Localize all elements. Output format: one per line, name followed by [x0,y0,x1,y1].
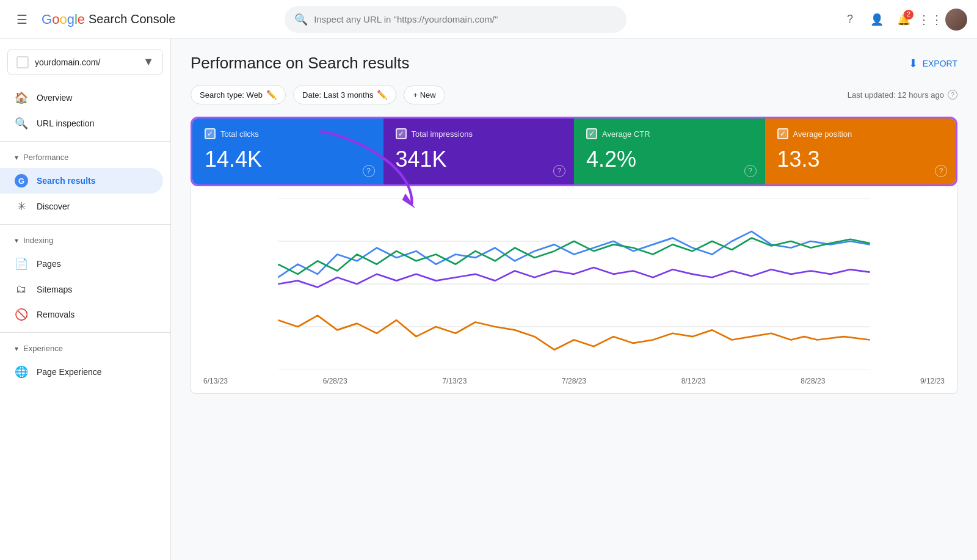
filter-bar: Search type: Web ✏️ Date: Last 3 months … [191,85,957,104]
apps-grid-icon: ⋮⋮ [918,12,943,27]
hamburger-menu[interactable]: ☰ [10,7,34,32]
x-label-4: 7/28/23 [562,377,586,385]
account-icon-button[interactable]: 👤 [865,7,889,32]
app-logo: Google Search Console [42,12,175,27]
url-inspection-label: URL inspection [37,118,94,128]
export-label: EXPORT [923,59,957,68]
total-impressions-help[interactable]: ? [553,165,565,177]
average-position-card[interactable]: ✓ Average position 13.3 ? [765,118,956,184]
nav-divider-2 [0,224,170,225]
average-position-checkbox[interactable]: ✓ [777,128,788,139]
domain-favicon [16,56,29,68]
help-icon-button[interactable]: ? [838,7,862,32]
average-position-help[interactable]: ? [935,165,947,177]
sidebar-item-search-results[interactable]: G Search results [0,168,163,194]
sidebar-item-overview[interactable]: 🏠 Overview [0,85,163,111]
header-actions: ? 👤 🔔 2 ⋮⋮ [838,7,967,32]
average-ctr-label: Average CTR [602,129,650,139]
page-header: Performance on Search results ⬇ EXPORT [191,54,957,73]
average-ctr-card[interactable]: ✓ Average CTR 4.2% ? [574,118,765,184]
average-ctr-help[interactable]: ? [744,165,757,177]
performance-section-label: Performance [23,153,68,162]
export-button[interactable]: ⬇ EXPORT [909,57,957,70]
indexing-section-label: Indexing [23,236,53,245]
download-icon: ⬇ [909,57,918,70]
notification-button[interactable]: 🔔 2 [892,7,916,32]
x-label-7: 9/12/23 [920,377,945,385]
date-filter[interactable]: Date: Last 3 months ✏️ [293,85,396,104]
indexing-section-header[interactable]: ▾ Indexing [0,230,170,251]
domain-dropdown-arrow: ▼ [143,56,154,68]
domain-selector[interactable]: yourdomain.com/ ▼ [7,49,163,75]
sidebar-item-url-inspection[interactable]: 🔍 URL inspection [0,111,163,136]
position-line [278,316,870,350]
search-results-label: Search results [37,176,96,186]
search-type-label: Search type: Web [200,90,263,100]
user-avatar[interactable] [945,9,967,31]
removals-label: Removals [37,310,74,319]
total-clicks-checkbox[interactable]: ✓ [205,128,216,139]
notification-badge: 2 [904,10,913,20]
pages-icon: 📄 [15,257,28,271]
apps-icon-button[interactable]: ⋮⋮ [918,7,943,32]
date-label: Date: Last 3 months [302,90,373,100]
url-search-input[interactable] [314,14,617,24]
x-axis-labels: 6/13/23 6/28/23 7/13/23 7/28/23 8/12/23 … [203,372,945,385]
home-icon: 🏠 [15,91,28,104]
google-g-icon: G [15,174,28,187]
clicks-line [278,231,870,277]
sitemaps-icon: 🗂 [15,283,28,296]
sidebar: yourdomain.com/ ▼ 🏠 Overview 🔍 URL inspe… [0,39,171,560]
sidebar-item-sitemaps[interactable]: 🗂 Sitemaps [0,277,163,302]
indexing-chevron: ▾ [15,236,18,245]
total-impressions-label: Total impressions [412,129,473,139]
main-layout: yourdomain.com/ ▼ 🏠 Overview 🔍 URL inspe… [0,39,977,560]
app-title: Search Console [89,12,175,26]
performance-section-header[interactable]: ▾ Performance [0,147,170,168]
url-search-bar[interactable]: 🔍 [285,6,627,33]
last-updated-text: Last updated: 12 hours ago [848,90,944,100]
nav-divider-1 [0,141,170,142]
sidebar-item-page-experience[interactable]: 🌐 Page Experience [0,359,163,385]
total-impressions-card[interactable]: ✓ Total impressions 341K ? [383,118,575,184]
sidebar-item-discover[interactable]: ✳ Discover [0,194,163,219]
average-ctr-checkbox[interactable]: ✓ [586,128,597,139]
page-title: Performance on Search results [191,54,409,73]
total-impressions-checkbox[interactable]: ✓ [396,128,407,139]
average-ctr-checkbox-row: ✓ Average CTR [586,128,753,139]
removals-icon: 🚫 [15,308,28,321]
page-experience-label: Page Experience [37,367,102,377]
sidebar-item-pages[interactable]: 📄 Pages [0,251,163,277]
average-position-checkbox-row: ✓ Average position [777,128,944,139]
sitemaps-label: Sitemaps [37,285,72,294]
total-clicks-value: 14.4K [205,147,371,172]
performance-chevron: ▾ [15,153,18,162]
metrics-cards-wrapper: ✓ Total clicks 14.4K ? ✓ Total impressio… [191,117,957,186]
experience-section-header[interactable]: ▾ Experience [0,338,170,359]
total-clicks-card[interactable]: ✓ Total clicks 14.4K ? [192,118,383,184]
sidebar-item-removals[interactable]: 🚫 Removals [0,302,163,327]
total-clicks-label: Total clicks [220,129,259,139]
people-icon: 👤 [870,13,884,26]
new-filter-label: + New [413,90,435,100]
line-chart-svg [203,198,945,369]
average-ctr-value: 4.2% [586,147,753,172]
x-label-5: 8/12/23 [681,377,706,385]
new-filter-button[interactable]: + New [404,85,445,104]
edit-search-type-icon: ✏️ [266,90,277,100]
edit-date-icon: ✏️ [377,90,387,100]
total-impressions-checkbox-row: ✓ Total impressions [396,128,562,139]
pages-label: Pages [37,259,61,269]
help-icon: ? [847,13,853,26]
experience-chevron: ▾ [15,344,18,353]
x-label-3: 7/13/23 [442,377,467,385]
total-clicks-help[interactable]: ? [363,165,375,177]
main-content: Performance on Search results ⬇ EXPORT S… [171,39,977,560]
x-label-1: 6/13/23 [203,377,228,385]
avatar-image [945,9,967,31]
search-type-filter[interactable]: Search type: Web ✏️ [191,85,286,104]
overview-label: Overview [37,93,72,103]
nav-divider-3 [0,332,170,333]
impressions-line [278,238,870,274]
last-updated-info: Last updated: 12 hours ago ? [848,90,957,100]
